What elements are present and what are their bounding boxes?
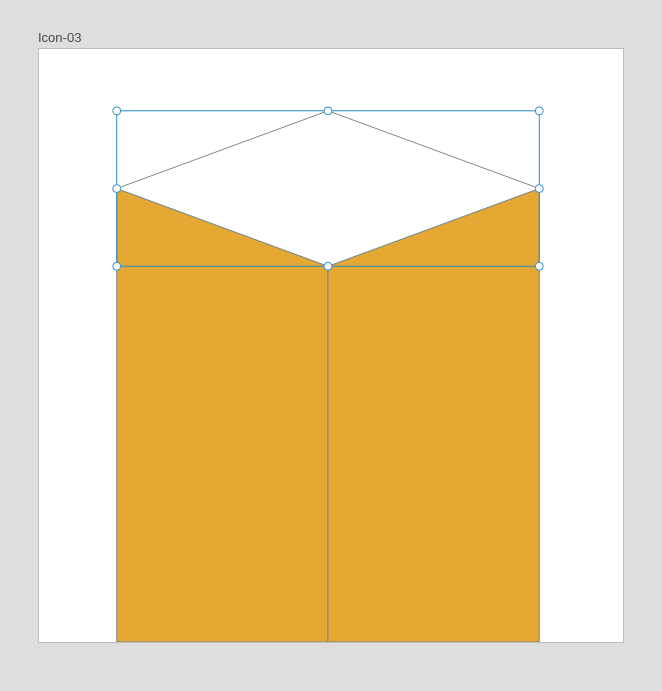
selection-handle[interactable] [535,262,543,270]
vector-canvas[interactable] [39,49,623,642]
selection-handle[interactable] [535,185,543,193]
selection-handle[interactable] [324,107,332,115]
cube-right-face[interactable] [328,189,539,642]
selection-handle[interactable] [113,185,121,193]
artboard-label[interactable]: Icon-03 [38,30,81,45]
selection-handle[interactable] [535,107,543,115]
cube-left-face[interactable] [117,189,328,642]
selection-handle[interactable] [113,107,121,115]
selection-handle[interactable] [324,262,332,270]
workspace: Icon-03 [0,0,662,691]
selection-handle[interactable] [113,262,121,270]
artboard[interactable] [38,48,624,643]
